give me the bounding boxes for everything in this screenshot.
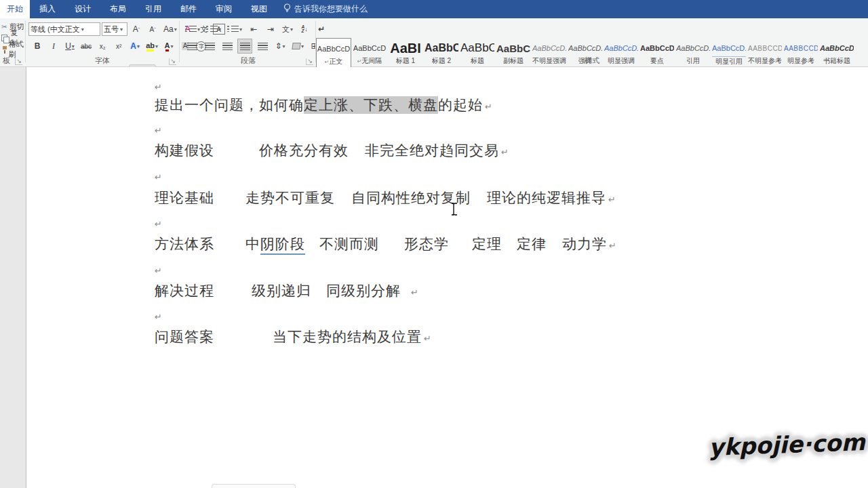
style-emphasis[interactable]: AaBbCcD. 强调 <box>568 38 603 71</box>
paragraph-line[interactable]: 构建假设价格充分有效非完全绝对趋同交易↵ <box>155 142 509 161</box>
tab-layout[interactable]: 布局 <box>100 0 136 18</box>
line-spacing-icon: ⇕ <box>275 41 281 51</box>
tab-view[interactable]: 视图 <box>241 0 277 18</box>
change-case-button[interactable]: Aa <box>161 22 179 37</box>
style-preview: AaBbCcD <box>353 40 386 56</box>
style-no-spacing[interactable]: AaBbCcD ↵无间隔 <box>352 38 387 71</box>
style-title[interactable]: AaBbC 标题 <box>460 38 495 71</box>
increase-indent-button[interactable]: ⇥ <box>263 22 278 37</box>
style-strong[interactable]: AaBbCcD 要点 <box>639 38 675 71</box>
empty-paragraph[interactable]: ↵ <box>155 306 162 326</box>
text-run: 走势不可重复 <box>245 189 335 207</box>
paragraph-line[interactable]: 方法体系中阴阶段不测而测形态学定理定律动力学↵ <box>155 235 616 255</box>
strikethrough-button[interactable]: abc <box>79 39 94 54</box>
style-heading-2[interactable]: AaBbC 标题 2 <box>424 38 459 71</box>
align-center-button[interactable] <box>202 39 217 54</box>
font-group: 等线 (中文正文 ▾ 五号 ▾ Aˆ Aˇ Aa A 文 A B I U abc… <box>27 18 178 66</box>
style-preview: AABBCCD <box>784 40 818 56</box>
superscript-button[interactable]: x² <box>111 39 126 54</box>
style-normal[interactable]: AaBbCcD ↵正文 <box>316 38 351 71</box>
align-right-button[interactable] <box>220 39 235 54</box>
paragraph-line[interactable]: 解决过程级别递归同级别分解↵ <box>155 282 418 302</box>
clipboard-dialog-launcher[interactable]: ↘ <box>15 58 22 65</box>
watermark: ykpojie·com <box>709 428 866 461</box>
paragraph-mark-icon: ↵ <box>318 24 325 34</box>
italic-button[interactable]: I <box>46 39 61 54</box>
pilcrow-mark: ↵ <box>155 82 162 92</box>
empty-paragraph[interactable]: ↵ <box>155 214 162 233</box>
document-canvas[interactable]: ↵ 提出一个问题，如何确定上涨、下跌、横盘的起始↵ ↵ 构建假设价格充分有效非完… <box>0 67 868 488</box>
bullets-icon <box>185 26 197 33</box>
text-cursor-pointer <box>450 203 458 216</box>
tab-references[interactable]: 引用 <box>136 0 171 18</box>
italic-icon: I <box>52 41 55 52</box>
style-intense-emphasis[interactable]: AaBbCcD. 明显强调 <box>604 38 639 71</box>
style-quote[interactable]: AaBbCcD. 引用 <box>675 38 711 71</box>
text-run: 不测而测 <box>319 235 379 253</box>
text-run: 方法体系 <box>155 235 214 253</box>
style-subtle-reference[interactable]: AABBCCD 不明显参考 <box>747 38 783 71</box>
text-run: 定律 <box>517 235 547 253</box>
text-run: 构建假设 <box>155 142 214 159</box>
sort-button[interactable]: AZ↓ <box>297 22 312 37</box>
font-dialog-launcher[interactable]: ↘ <box>169 58 176 65</box>
strikethrough-icon: abc <box>81 43 92 50</box>
pilcrow-mark: ↵ <box>155 219 162 229</box>
styles-gallery: AaBbCcD ↵正文 AaBbCcD ↵无间隔 AaBI 标题 1 AaBbC… <box>316 38 854 71</box>
shading-bucket-icon <box>292 43 300 49</box>
style-subtitle[interactable]: AaBbC 副标题 <box>496 38 531 71</box>
tab-insert[interactable]: 插入 <box>30 0 65 18</box>
shading-button[interactable] <box>290 39 306 54</box>
tab-mailings[interactable]: 邮件 <box>171 0 206 18</box>
style-book-title[interactable]: AaBbCcD 书籍标题 <box>819 38 854 71</box>
underline-button[interactable]: U <box>62 39 77 54</box>
increase-indent-icon: ⇥ <box>267 24 274 34</box>
pilcrow-mark: ↵ <box>501 147 509 157</box>
paragraph-dialog-launcher[interactable]: ↘ <box>306 58 313 65</box>
grow-font-button[interactable]: Aˆ <box>129 22 144 37</box>
font-name-select[interactable]: 等线 (中文正文 ▾ <box>28 22 100 36</box>
bullets-button[interactable] <box>183 22 202 37</box>
font-color-button[interactable]: A <box>161 39 176 54</box>
empty-paragraph[interactable]: ↵ <box>155 167 162 186</box>
style-intense-reference[interactable]: AABBCCD 明显参考 <box>783 38 818 71</box>
shrink-font-button[interactable]: Aˇ <box>145 22 160 37</box>
tab-home[interactable]: 开始 <box>0 0 30 18</box>
show-hide-marks-button[interactable]: ↵ <box>314 22 329 37</box>
group-separator <box>25 21 26 62</box>
justify-button[interactable] <box>237 39 252 54</box>
text-run: 当下走势的结构及位置 <box>273 328 422 346</box>
distribute-button[interactable] <box>255 39 270 54</box>
decrease-indent-button[interactable]: ⇤ <box>246 22 261 37</box>
subscript-button[interactable]: x₂ <box>95 39 110 54</box>
align-left-icon <box>187 43 197 50</box>
format-painter-button[interactable]: 格式刷 <box>1 44 24 55</box>
font-size-select[interactable]: 五号 ▾ <box>102 22 127 36</box>
asian-layout-icon: 文 <box>282 24 290 35</box>
align-left-button[interactable] <box>184 39 199 54</box>
numbering-icon <box>206 26 218 33</box>
tab-review[interactable]: 审阅 <box>206 0 241 18</box>
style-subtle-emphasis[interactable]: AaBbCcD. 不明显强调 <box>532 38 567 71</box>
line-spacing-button[interactable]: ⇕ <box>273 39 288 54</box>
style-preview: AABBCCD <box>748 40 782 56</box>
paragraph-line[interactable]: 问题答案当下走势的结构及位置↵ <box>155 328 431 348</box>
multilevel-list-button[interactable] <box>225 22 244 37</box>
empty-paragraph[interactable]: ↵ <box>155 77 162 96</box>
paragraph-line[interactable]: 理论基础走势不可重复自同构性绝对复制理论的纯逻辑推导↵ <box>155 189 616 209</box>
tab-design[interactable]: 设计 <box>65 0 100 18</box>
empty-paragraph[interactable]: ↵ <box>155 260 162 280</box>
empty-paragraph[interactable]: ↵ <box>155 120 162 140</box>
highlight-color-button[interactable]: ab <box>144 39 160 54</box>
bold-button[interactable]: B <box>30 39 45 54</box>
paragraph-line[interactable]: 提出一个问题，如何确定上涨、下跌、横盘的起始↵ <box>155 96 492 116</box>
tell-me-box[interactable]: 告诉我你想要做什么 <box>277 0 374 18</box>
chevron-down-icon: ▾ <box>81 26 84 33</box>
text-run: 非完全绝对趋同交易 <box>365 142 499 159</box>
asian-layout-button[interactable]: 文 <box>280 22 295 37</box>
style-heading-1[interactable]: AaBI 标题 1 <box>388 38 423 71</box>
text-effects-button[interactable]: A <box>127 39 142 54</box>
style-intense-quote[interactable]: AaBbCcD. 明显引用 <box>711 38 747 71</box>
numbering-button[interactable] <box>204 22 223 37</box>
font-size-value: 五号 <box>104 24 119 35</box>
